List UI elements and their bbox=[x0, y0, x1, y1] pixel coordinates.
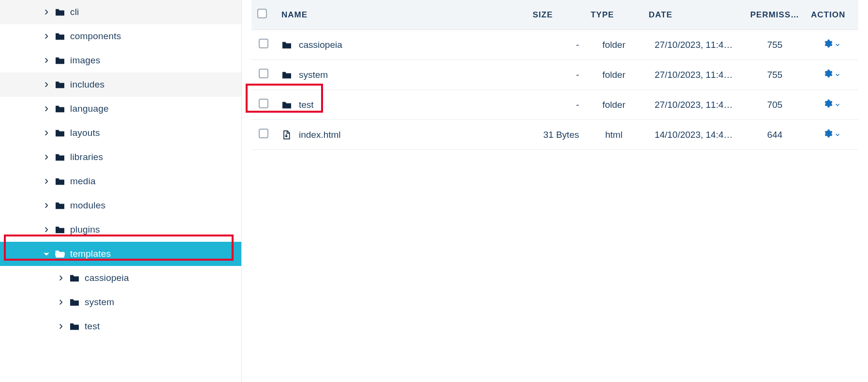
chevron-down-icon bbox=[835, 70, 840, 80]
chevron-right-icon[interactable] bbox=[56, 275, 66, 281]
size-cell: 31 Bytes bbox=[527, 120, 585, 150]
tree-item-label: plugins bbox=[70, 224, 100, 235]
size-cell: - bbox=[527, 60, 585, 90]
folder-icon bbox=[69, 298, 80, 307]
file-name: system bbox=[299, 70, 328, 80]
tree-item-test[interactable]: test bbox=[0, 314, 241, 338]
chevron-right-icon[interactable] bbox=[41, 154, 52, 161]
chevron-right-icon[interactable] bbox=[41, 9, 52, 15]
size-cell: - bbox=[527, 30, 585, 60]
header-size[interactable]: SIZE bbox=[527, 0, 585, 30]
date-cell: 27/10/2023, 11:4… bbox=[643, 60, 744, 90]
table-row[interactable]: index.html31 Byteshtml14/10/2023, 14:4…6… bbox=[251, 120, 858, 150]
tree-item-label: test bbox=[85, 321, 100, 332]
select-all-checkbox[interactable] bbox=[257, 9, 267, 18]
type-cell: folder bbox=[585, 30, 643, 60]
name-cell[interactable]: index.html bbox=[276, 120, 527, 150]
header-action: ACTION bbox=[805, 0, 858, 30]
tree-item-components[interactable]: components bbox=[0, 24, 241, 48]
table-row[interactable]: cassiopeia-folder27/10/2023, 11:4…755 bbox=[251, 30, 858, 60]
tree-item-media[interactable]: media bbox=[0, 169, 241, 193]
row-checkbox[interactable] bbox=[259, 99, 268, 108]
tree-item-label: cassiopeia bbox=[85, 273, 129, 283]
tree-item-plugins[interactable]: plugins bbox=[0, 218, 241, 242]
header-permissions[interactable]: PERMISS… bbox=[744, 0, 805, 30]
date-cell: 27/10/2023, 11:4… bbox=[643, 30, 744, 60]
chevron-right-icon[interactable] bbox=[41, 33, 52, 40]
action-menu-button[interactable] bbox=[823, 129, 840, 141]
file-name: test bbox=[299, 100, 314, 110]
tree-item-language[interactable]: language bbox=[0, 97, 241, 121]
tree-item-system[interactable]: system bbox=[0, 290, 241, 314]
folder-icon bbox=[55, 80, 65, 89]
type-cell: folder bbox=[585, 90, 643, 120]
name-cell[interactable]: test bbox=[276, 90, 527, 120]
folder-icon bbox=[55, 104, 65, 113]
folder-icon bbox=[55, 56, 65, 65]
header-date[interactable]: DATE bbox=[643, 0, 744, 30]
tree-item-label: templates bbox=[70, 249, 111, 259]
row-checkbox-cell bbox=[251, 120, 276, 150]
type-cell: html bbox=[585, 120, 643, 150]
tree-item-label: libraries bbox=[70, 152, 103, 162]
row-checkbox[interactable] bbox=[259, 69, 268, 78]
action-cell bbox=[805, 90, 858, 120]
permissions-cell: 644 bbox=[744, 120, 805, 150]
tree-item-includes[interactable]: includes bbox=[0, 73, 241, 97]
row-checkbox-cell bbox=[251, 60, 276, 90]
gear-icon bbox=[823, 99, 833, 111]
tree-item-label: images bbox=[70, 55, 100, 66]
tree-item-libraries[interactable]: libraries bbox=[0, 145, 241, 169]
tree-item-modules[interactable]: modules bbox=[0, 193, 241, 218]
header-checkbox-cell bbox=[251, 0, 276, 30]
chevron-right-icon[interactable] bbox=[41, 105, 52, 112]
action-cell bbox=[805, 120, 858, 150]
action-menu-button[interactable] bbox=[823, 69, 840, 81]
row-checkbox-cell bbox=[251, 30, 276, 60]
file-name: index.html bbox=[299, 130, 341, 140]
size-cell: - bbox=[527, 90, 585, 120]
table-row[interactable]: test-folder27/10/2023, 11:4…705 bbox=[251, 90, 858, 120]
chevron-right-icon[interactable] bbox=[56, 299, 66, 306]
gear-icon bbox=[823, 69, 833, 81]
tree-item-images[interactable]: images bbox=[0, 48, 241, 73]
tree-item-cli[interactable]: cli bbox=[0, 0, 241, 24]
tree-item-layouts[interactable]: layouts bbox=[0, 121, 241, 145]
main-panel: NAME SIZE TYPE DATE PERMISS… ACTION cass… bbox=[242, 0, 868, 382]
header-name[interactable]: NAME bbox=[276, 0, 527, 30]
tree-item-label: components bbox=[70, 31, 121, 42]
chevron-right-icon[interactable] bbox=[41, 226, 52, 233]
name-cell[interactable]: system bbox=[276, 60, 527, 90]
chevron-down-icon bbox=[835, 100, 840, 110]
action-menu-button[interactable] bbox=[823, 39, 840, 51]
chevron-right-icon[interactable] bbox=[41, 81, 52, 88]
folder-tree-sidebar[interactable]: clicomponentsimagesincludeslanguagelayou… bbox=[0, 0, 242, 382]
table-row[interactable]: system-folder27/10/2023, 11:4…755 bbox=[251, 60, 858, 90]
folder-icon bbox=[55, 8, 65, 16]
chevron-down-icon bbox=[835, 130, 840, 140]
folder-icon bbox=[55, 32, 65, 41]
chevron-down-icon[interactable] bbox=[41, 250, 52, 257]
action-cell bbox=[805, 60, 858, 90]
folder-icon bbox=[69, 274, 80, 282]
folder-icon bbox=[55, 201, 65, 210]
file-name: cassiopeia bbox=[299, 40, 342, 50]
name-cell[interactable]: cassiopeia bbox=[276, 30, 527, 60]
tree-item-label: system bbox=[85, 297, 114, 308]
date-cell: 27/10/2023, 11:4… bbox=[643, 90, 744, 120]
row-checkbox[interactable] bbox=[259, 129, 268, 138]
chevron-right-icon[interactable] bbox=[41, 130, 52, 136]
row-checkbox[interactable] bbox=[259, 39, 268, 48]
folder-icon bbox=[69, 322, 80, 331]
chevron-right-icon[interactable] bbox=[41, 57, 52, 64]
chevron-right-icon[interactable] bbox=[41, 202, 52, 209]
header-type[interactable]: TYPE bbox=[585, 0, 643, 30]
chevron-right-icon[interactable] bbox=[56, 323, 66, 330]
chevron-down-icon bbox=[835, 40, 840, 50]
tree-item-label: modules bbox=[70, 200, 105, 211]
chevron-right-icon[interactable] bbox=[41, 178, 52, 185]
folder-icon bbox=[55, 177, 65, 186]
tree-item-cassiopeia[interactable]: cassiopeia bbox=[0, 266, 241, 290]
tree-item-templates[interactable]: templates bbox=[0, 242, 241, 266]
action-menu-button[interactable] bbox=[823, 99, 840, 111]
